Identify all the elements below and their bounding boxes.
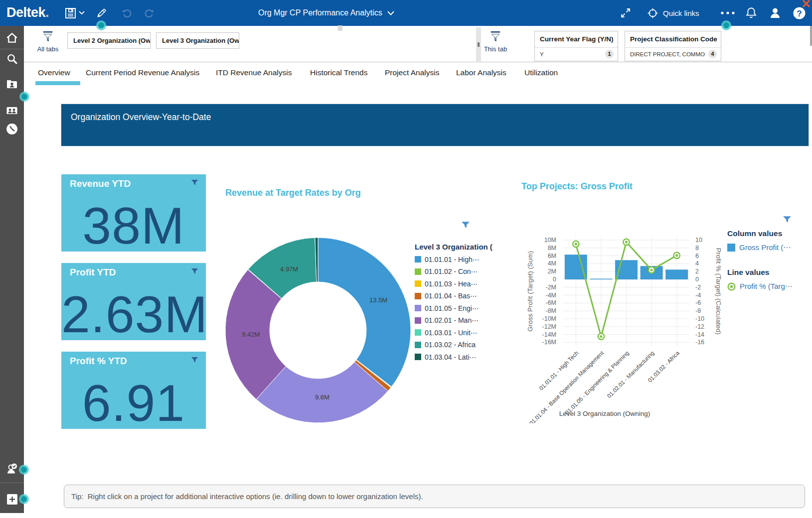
coach-mark[interactable] xyxy=(98,22,104,28)
donut-slice[interactable] xyxy=(318,238,411,387)
y-tick-left: 8M xyxy=(548,245,556,252)
legend-item[interactable]: 01.03.01 - Unit⋯ xyxy=(415,329,492,337)
y-tick-left: 2M xyxy=(548,268,556,275)
tab-project-analysis[interactable]: Project Analysis xyxy=(385,65,439,80)
revenue-donut-chart[interactable]: 13.5M9.6M9.42M4.97M xyxy=(224,237,412,424)
tab-current-period-revenue-analysis[interactable]: Current Period Revenue Analysis xyxy=(86,65,199,80)
combo-filter-icon[interactable] xyxy=(783,216,792,224)
sidebar-item-team[interactable] xyxy=(0,100,24,120)
window-close-icon[interactable]: ✕ xyxy=(801,0,811,11)
sidebar-item-home[interactable] xyxy=(0,28,24,48)
legend-column-header: Column values xyxy=(727,229,793,238)
legend-item[interactable]: 01.01.05 - Engi⋯ xyxy=(415,304,492,312)
gross-profit-combo-chart[interactable]: 10M108M86M64M42M200-2M-2-4M-4-6M-6-8M-8-… xyxy=(508,209,728,423)
filter-icon[interactable] xyxy=(191,268,198,275)
expand-icon xyxy=(620,7,632,19)
coach-mark[interactable] xyxy=(21,94,27,100)
user-icon xyxy=(769,6,782,19)
donut-data-label: 9.6M xyxy=(315,393,329,401)
y-tick-right: -16 xyxy=(695,339,704,346)
y-tick-left: -4M xyxy=(545,292,556,299)
user-profile-button[interactable] xyxy=(768,0,783,26)
save-button[interactable] xyxy=(64,0,77,26)
tab-overview[interactable]: Overview xyxy=(38,65,70,80)
sidebar-item-time[interactable] xyxy=(0,119,24,139)
kpi-card-revenue-ytd[interactable]: Revenue YTD 38M xyxy=(61,174,206,252)
legend-swatch xyxy=(415,293,421,299)
x-axis-title: Level 3 Organization (Owning) xyxy=(559,410,650,417)
save-menu-chevron-icon[interactable] xyxy=(78,0,86,26)
notifications-button[interactable] xyxy=(744,0,759,26)
more-options-button[interactable] xyxy=(719,0,736,26)
section-banner-title: Organization Overview-Year-to-Date xyxy=(71,112,211,123)
sidebar-add-button[interactable] xyxy=(0,489,24,509)
dashboard-title-dropdown[interactable]: Org Mgr CP Performance Analytics xyxy=(258,0,394,26)
tab-itd-revenue-analysis[interactable]: ITD Revenue Analysis xyxy=(216,65,292,80)
all-tabs-filter-button[interactable]: All tabs xyxy=(30,30,65,53)
expand-button[interactable] xyxy=(618,0,633,26)
bar-01.03.02 - Africa[interactable] xyxy=(665,269,688,279)
redo-button[interactable] xyxy=(142,0,157,26)
undo-button[interactable] xyxy=(120,0,135,26)
y-tick-right: 2 xyxy=(695,268,699,275)
filter-icon[interactable] xyxy=(191,179,198,187)
active-tab-underline xyxy=(35,81,80,85)
legend-item[interactable]: 01.01.02 - Con⋯ xyxy=(415,267,492,275)
filter-all-tabs-icon xyxy=(41,30,54,43)
filter-chip-level3-org[interactable]: Level 3 Organization (Ow... xyxy=(156,32,239,49)
dashboard-tabs: OverviewCurrent Period Revenue AnalysisI… xyxy=(24,63,812,85)
filter-card-current-year-flag[interactable]: Current Year Flag (Y/N) Y1 xyxy=(534,31,618,61)
tip-text: Tip: Right click on a project for additi… xyxy=(71,492,423,501)
legend-item[interactable]: 01.01.03 - Hea⋯ xyxy=(415,280,492,288)
legend-item[interactable]: 01.02.01 - Man⋯ xyxy=(415,316,492,324)
legend-item[interactable]: 01.03.02 - Africa xyxy=(415,341,492,349)
donut-data-label: 13.5M xyxy=(369,296,387,304)
team-icon xyxy=(6,104,18,116)
bar-01.01.04 - Base Operation Management[interactable] xyxy=(590,279,612,280)
coach-mark[interactable] xyxy=(21,496,27,502)
sidebar-item-approvals[interactable] xyxy=(0,459,24,479)
tab-historical-trends[interactable]: Historical Trends xyxy=(310,65,367,80)
sidebar-item-employee[interactable] xyxy=(0,74,24,94)
legend-item[interactable]: 01.01.04 - Bas⋯ xyxy=(415,292,492,300)
y-tick-right: 0 xyxy=(695,276,699,283)
filter-this-tab-icon xyxy=(489,30,502,43)
top-bar: Deltek. Org Mgr CP Performance A xyxy=(0,0,812,26)
tab-labor-analysis[interactable]: Labor Analysis xyxy=(456,65,506,80)
legend-item[interactable]: 01.03.04 - Lati⋯ xyxy=(415,353,492,361)
coach-mark[interactable] xyxy=(21,467,27,473)
legend-item[interactable]: 01.01.01 - High⋯ xyxy=(415,256,492,263)
undo-icon xyxy=(121,7,133,19)
y-tick-left: -6M xyxy=(545,299,556,306)
filter-card-project-classification[interactable]: Project Classification Code DIRECT PROJE… xyxy=(625,31,721,61)
y-tick-right: 6 xyxy=(695,253,699,259)
y-tick-left: 0 xyxy=(553,276,556,283)
scrollbar-fragment[interactable] xyxy=(810,26,812,46)
donut-filter-icon[interactable] xyxy=(461,221,470,230)
y-tick-left: -16M xyxy=(542,339,556,346)
kpi-card-profit-ytd[interactable]: Profit YTD 2.63M xyxy=(61,263,206,340)
kpi-card-profit-pct-ytd[interactable]: Profit % YTD 6.91 xyxy=(61,352,206,429)
y-tick-right: -14 xyxy=(695,331,704,338)
legend-swatch xyxy=(415,268,421,275)
plus-icon xyxy=(6,493,18,506)
this-tab-filter-button[interactable]: This tab xyxy=(478,30,513,53)
scrollbar-fragment[interactable] xyxy=(338,25,342,31)
filter-icon[interactable] xyxy=(191,357,198,364)
line-marker-dot xyxy=(675,254,678,257)
coach-mark[interactable] xyxy=(723,22,729,28)
filter-count-badge: 4 xyxy=(708,50,717,58)
x-tick-label: 01.02.01 - Manufacturing xyxy=(606,350,655,399)
pencil-icon xyxy=(95,7,108,19)
user-check-icon xyxy=(5,462,18,475)
sidebar-item-search[interactable] xyxy=(0,49,24,69)
y-tick-left: -14M xyxy=(542,331,556,338)
bar-01.01.01 - High Tech[interactable] xyxy=(565,255,587,279)
tab-utilization[interactable]: Utilization xyxy=(524,65,558,80)
donut-data-label: 4.97M xyxy=(280,265,298,273)
filter-chip-level2-org[interactable]: Level 2 Organization (Ow... xyxy=(67,32,151,49)
y-tick-left: -8M xyxy=(545,307,556,314)
quick-links-button[interactable]: Quick links xyxy=(647,0,699,26)
save-icon xyxy=(65,7,76,19)
y-tick-right: 10 xyxy=(695,237,702,244)
